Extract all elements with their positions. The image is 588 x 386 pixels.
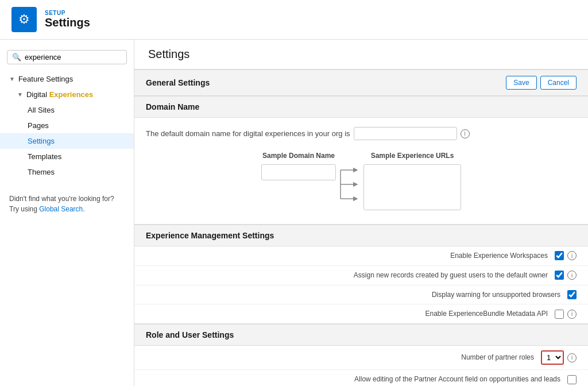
role-user-body: Number of partner roles 1 2 3 i bbox=[134, 346, 588, 386]
domain-info-icon[interactable]: i bbox=[461, 129, 470, 138]
chevron-down-icon: ▼ bbox=[17, 91, 23, 98]
app-header: ⚙ SETUP Settings bbox=[0, 0, 588, 40]
header-text: SETUP Settings bbox=[45, 10, 90, 29]
sidebar-item-label: Templates bbox=[28, 152, 61, 161]
row-control bbox=[567, 375, 577, 384]
sidebar: 🔍 ▼ Feature Settings ▼ Digital Experienc… bbox=[0, 40, 134, 386]
enable-workspaces-checkbox[interactable] bbox=[555, 251, 564, 260]
row-control: i bbox=[555, 310, 577, 319]
info-icon[interactable]: i bbox=[567, 251, 577, 260]
role-user-header: Role and User Settings bbox=[134, 324, 588, 346]
experience-management-body: Enable Experience Workspaces i Assign ne… bbox=[134, 246, 588, 323]
table-row: Number of partner roles 1 2 3 i bbox=[134, 346, 588, 370]
domain-description: The default domain name for digital expe… bbox=[146, 127, 577, 140]
table-row: Display warning for unsupported browsers bbox=[134, 285, 588, 305]
table-row: Assign new records created by guest user… bbox=[134, 266, 588, 285]
row-label: Allow editing of the Partner Account fie… bbox=[146, 375, 567, 384]
sidebar-item-settings[interactable]: Settings bbox=[0, 133, 134, 149]
row-label: Assign new records created by guest user… bbox=[146, 271, 555, 280]
sidebar-item-label: Settings bbox=[28, 137, 55, 145]
info-icon[interactable]: i bbox=[567, 310, 577, 319]
domain-header: Domain Name bbox=[134, 96, 588, 118]
header-title: Settings bbox=[45, 16, 90, 29]
arrows-diagram bbox=[339, 164, 360, 204]
domain-title: Domain Name bbox=[146, 102, 199, 111]
sample-domain-label: Sample Domain Name bbox=[262, 152, 335, 160]
info-icon[interactable]: i bbox=[567, 353, 577, 362]
row-label: Enable ExperienceBundle Metadata API bbox=[146, 309, 555, 319]
sidebar-item-label: Themes bbox=[28, 168, 55, 176]
assign-records-checkbox[interactable] bbox=[555, 271, 564, 280]
sidebar-item-templates[interactable]: Templates bbox=[0, 149, 134, 164]
save-button[interactable]: Save bbox=[506, 76, 536, 90]
row-label: Number of partner roles bbox=[146, 353, 541, 362]
not-found-text: Didn't find what you're looking for?Try … bbox=[0, 184, 134, 223]
main-layout: 🔍 ▼ Feature Settings ▼ Digital Experienc… bbox=[0, 40, 588, 386]
setup-label: SETUP bbox=[45, 10, 90, 16]
partner-roles-select[interactable]: 1 2 3 bbox=[542, 352, 563, 364]
role-user-title: Role and User Settings bbox=[146, 330, 234, 339]
sidebar-item-feature-settings[interactable]: ▼ Feature Settings bbox=[0, 71, 134, 87]
page-title: Settings bbox=[148, 48, 189, 60]
content-header: Settings bbox=[134, 40, 588, 70]
experience-management-header: Experience Management Settings bbox=[134, 225, 588, 246]
table-row: Enable Experience Workspaces i bbox=[134, 246, 588, 266]
chevron-down-icon: ▼ bbox=[9, 76, 15, 82]
setup-icon: ⚙ bbox=[11, 7, 37, 32]
cancel-button[interactable]: Cancel bbox=[540, 76, 577, 90]
sidebar-item-label: Digital Experiences bbox=[26, 90, 93, 99]
role-user-section: Role and User Settings Number of partner… bbox=[134, 324, 588, 386]
row-label: Display warning for unsupported browsers bbox=[146, 290, 567, 300]
domain-name-input[interactable] bbox=[354, 127, 457, 140]
experience-management-title: Experience Management Settings bbox=[146, 231, 274, 240]
row-control: 1 2 3 i bbox=[541, 350, 577, 365]
sidebar-item-pages[interactable]: Pages bbox=[0, 118, 134, 133]
display-warning-checkbox[interactable] bbox=[567, 290, 577, 299]
content-area: Settings General Settings Save Cancel Do… bbox=[134, 40, 588, 386]
sidebar-item-themes[interactable]: Themes bbox=[0, 164, 134, 180]
sample-url-label: Sample Experience URLs bbox=[371, 152, 454, 160]
settings-container: General Settings Save Cancel Domain Name… bbox=[134, 70, 588, 386]
row-control: i bbox=[555, 271, 577, 280]
row-label: Enable Experience Workspaces bbox=[146, 251, 555, 261]
general-settings-header: General Settings Save Cancel bbox=[134, 70, 588, 96]
row-control: i bbox=[555, 251, 577, 260]
domain-body: The default domain name for digital expe… bbox=[134, 118, 588, 224]
sidebar-item-label: All Sites bbox=[28, 106, 55, 114]
allow-editing-checkbox[interactable] bbox=[567, 375, 577, 384]
experience-management-section: Experience Management Settings Enable Ex… bbox=[134, 225, 588, 324]
table-row: Enable ExperienceBundle Metadata API i bbox=[134, 304, 588, 323]
partner-roles-select-wrapper: 1 2 3 bbox=[541, 350, 564, 365]
table-row: Allow editing of the Partner Account fie… bbox=[134, 370, 588, 386]
global-search-link[interactable]: Global Search bbox=[39, 205, 83, 213]
sidebar-item-digital-experiences[interactable]: ▼ Digital Experiences bbox=[0, 87, 134, 102]
search-input[interactable] bbox=[25, 53, 122, 61]
sidebar-item-all-sites[interactable]: All Sites bbox=[0, 102, 134, 118]
general-settings-title: General Settings bbox=[146, 78, 210, 87]
search-box[interactable]: 🔍 bbox=[7, 50, 127, 64]
enable-bundle-checkbox[interactable] bbox=[555, 310, 564, 319]
row-control bbox=[567, 290, 577, 299]
sidebar-item-label: Feature Settings bbox=[18, 75, 73, 83]
info-icon[interactable]: i bbox=[567, 271, 577, 280]
sidebar-item-label: Pages bbox=[28, 121, 49, 130]
header-actions: Save Cancel bbox=[506, 76, 577, 90]
search-icon: 🔍 bbox=[12, 53, 21, 61]
domain-section: Domain Name The default domain name for … bbox=[134, 96, 588, 225]
